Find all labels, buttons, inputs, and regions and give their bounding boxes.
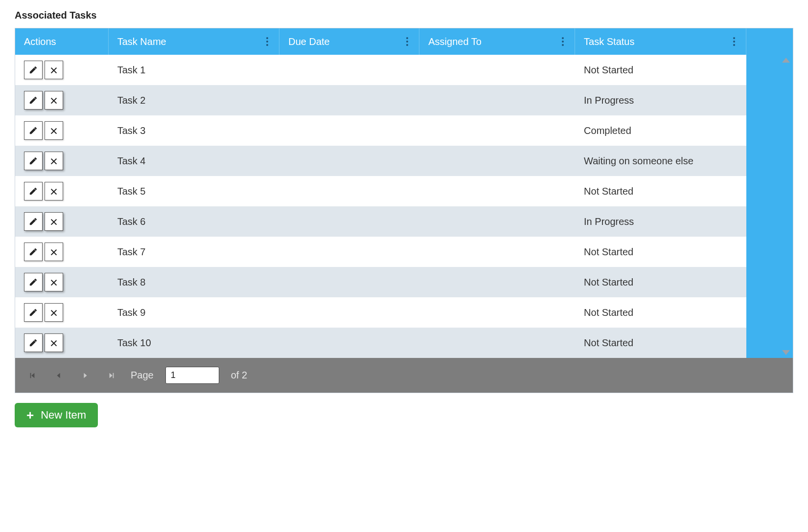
edit-button[interactable]: [24, 333, 43, 352]
table-row: Task 1Not Started: [15, 55, 793, 85]
cell-actions: [15, 237, 109, 267]
delete-button[interactable]: [45, 212, 63, 231]
cell-actions: [15, 297, 109, 328]
footer: + New Item: [15, 403, 793, 427]
column-header-actions[interactable]: Actions: [15, 28, 109, 55]
edit-button[interactable]: [24, 121, 43, 140]
close-icon: [49, 278, 58, 287]
column-menu-icon[interactable]: [731, 35, 737, 48]
column-header-assigned-to[interactable]: Assigned To: [419, 28, 575, 55]
pager-first-button[interactable]: [25, 370, 40, 381]
table-row: Task 10Not Started: [15, 328, 793, 358]
close-icon: [49, 96, 58, 105]
cell-filler: [746, 297, 793, 328]
pager-last-icon: [108, 372, 115, 379]
column-header-label: Actions: [24, 36, 56, 47]
cell-due-date: [279, 206, 419, 237]
pager-page-label: Page: [131, 370, 154, 381]
cell-actions: [15, 176, 109, 206]
cell-task-status: Not Started: [575, 237, 746, 267]
pencil-icon: [29, 278, 38, 287]
column-menu-icon[interactable]: [404, 35, 410, 48]
pencil-icon: [29, 247, 38, 256]
column-header-label: Assigned To: [428, 36, 482, 47]
column-menu-icon[interactable]: [264, 35, 270, 48]
cell-due-date: [279, 55, 419, 85]
close-icon: [49, 247, 58, 256]
table-row: Task 9Not Started: [15, 297, 793, 328]
delete-button[interactable]: [45, 243, 63, 261]
close-icon: [49, 217, 58, 226]
delete-button[interactable]: [45, 121, 63, 140]
cell-task-status: Not Started: [575, 297, 746, 328]
close-icon: [49, 156, 58, 165]
column-header-label: Task Status: [584, 36, 634, 47]
cell-due-date: [279, 328, 419, 358]
scroll-up-icon[interactable]: [782, 58, 790, 63]
pencil-icon: [29, 66, 38, 74]
cell-task-name: Task 5: [109, 176, 280, 206]
column-header-task-status[interactable]: Task Status: [575, 28, 746, 55]
cell-due-date: [279, 237, 419, 267]
delete-button[interactable]: [45, 273, 63, 291]
pager-prev-icon: [55, 372, 62, 379]
edit-button[interactable]: [24, 303, 43, 322]
cell-assigned-to: [419, 297, 575, 328]
cell-assigned-to: [419, 115, 575, 146]
cell-actions: [15, 146, 109, 176]
cell-actions: [15, 115, 109, 146]
delete-button[interactable]: [45, 91, 63, 110]
cell-assigned-to: [419, 85, 575, 115]
new-item-button[interactable]: + New Item: [15, 403, 98, 427]
pager-last-button[interactable]: [104, 370, 119, 381]
cell-actions: [15, 55, 109, 85]
column-header-label: Task Name: [117, 36, 166, 47]
edit-button[interactable]: [24, 61, 43, 79]
cell-task-status: Waiting on someone else: [575, 146, 746, 176]
cell-assigned-to: [419, 176, 575, 206]
section-title: Associated Tasks: [15, 10, 793, 21]
table-row: Task 3Completed: [15, 115, 793, 146]
edit-button[interactable]: [24, 273, 43, 291]
column-header-due-date[interactable]: Due Date: [279, 28, 419, 55]
edit-button[interactable]: [24, 91, 43, 110]
cell-task-status: Not Started: [575, 328, 746, 358]
pager-first-icon: [29, 372, 36, 379]
edit-button[interactable]: [24, 152, 43, 170]
cell-due-date: [279, 85, 419, 115]
cell-filler: [746, 85, 793, 115]
column-menu-icon[interactable]: [560, 35, 566, 48]
pencil-icon: [29, 338, 38, 347]
cell-task-status: Completed: [575, 115, 746, 146]
pager-next-button[interactable]: [78, 370, 92, 381]
scroll-down-icon[interactable]: [782, 350, 790, 355]
cell-filler: [746, 176, 793, 206]
pager: Page of 2: [15, 358, 793, 393]
cell-task-status: In Progress: [575, 206, 746, 237]
cell-task-name: Task 7: [109, 237, 280, 267]
cell-due-date: [279, 267, 419, 297]
delete-button[interactable]: [45, 303, 63, 322]
cell-due-date: [279, 146, 419, 176]
cell-due-date: [279, 115, 419, 146]
cell-actions: [15, 85, 109, 115]
pager-page-input[interactable]: [165, 367, 219, 384]
column-header-task-name[interactable]: Task Name: [109, 28, 280, 55]
delete-button[interactable]: [45, 61, 63, 79]
delete-button[interactable]: [45, 333, 63, 352]
pencil-icon: [29, 217, 38, 226]
cell-filler: [746, 267, 793, 297]
delete-button[interactable]: [45, 182, 63, 200]
delete-button[interactable]: [45, 152, 63, 170]
edit-button[interactable]: [24, 212, 43, 231]
column-header-label: Due Date: [288, 36, 330, 47]
edit-button[interactable]: [24, 243, 43, 261]
pager-prev-button[interactable]: [51, 370, 66, 381]
edit-button[interactable]: [24, 182, 43, 200]
pencil-icon: [29, 96, 38, 105]
cell-task-name: Task 2: [109, 85, 280, 115]
close-icon: [49, 66, 58, 74]
cell-actions: [15, 206, 109, 237]
cell-assigned-to: [419, 237, 575, 267]
table-row: Task 7Not Started: [15, 237, 793, 267]
